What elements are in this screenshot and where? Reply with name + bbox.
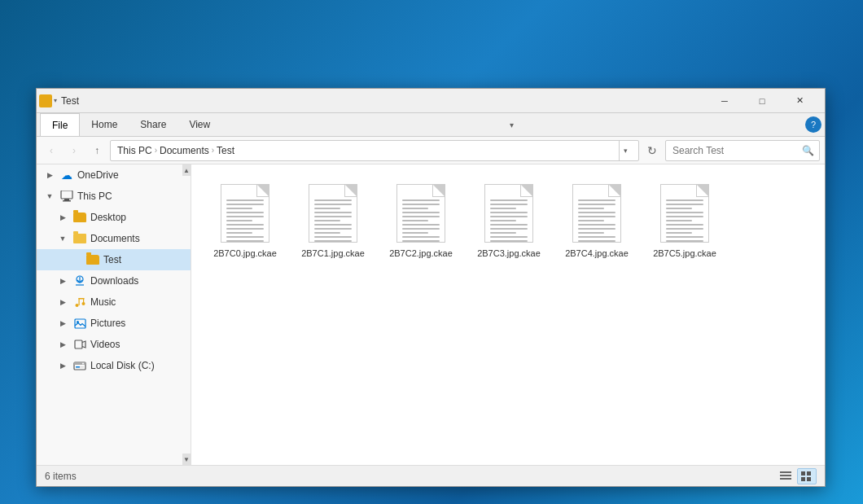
address-path[interactable]: This PC › Documents › Test ▾: [110, 140, 639, 161]
sidebar-toggle-pictures[interactable]: ▶: [56, 317, 69, 330]
explorer-window: ▾ Test ─ □ ✕ File Home Share View ▾ ? ‹ …: [36, 88, 826, 487]
sidebar-label-onedrive: OneDrive: [77, 169, 119, 181]
sidebar-toggle-desktop[interactable]: ▶: [56, 211, 69, 224]
address-bar: ‹ › ↑ This PC › Documents › Test ▾ ↻ 🔍: [37, 137, 825, 164]
documents-folder-icon: [72, 231, 87, 246]
file-line: [314, 208, 340, 209]
file-line: [402, 224, 440, 226]
file-item[interactable]: 2B7C2.jpg.ckae: [380, 177, 462, 267]
file-line: [578, 204, 615, 205]
sidebar-scroll-down[interactable]: ▼: [182, 454, 191, 465]
tab-home[interactable]: Home: [80, 113, 129, 136]
svg-rect-23: [780, 478, 791, 480]
file-line: [666, 240, 703, 242]
file-name: 2B7C2.jpg.ckae: [389, 248, 453, 259]
svg-point-18: [82, 362, 84, 364]
ribbon-expand-icon[interactable]: ▾: [504, 116, 520, 133]
sidebar-item-pictures[interactable]: ▶ Pictures: [37, 313, 191, 334]
search-icon[interactable]: 🔍: [799, 142, 816, 159]
tab-file[interactable]: File: [40, 113, 80, 136]
sidebar-toggle-videos[interactable]: ▶: [56, 338, 69, 351]
title-bar: ▾ Test ─ □ ✕: [37, 89, 825, 113]
file-line: [578, 232, 604, 234]
main-content: ▲ ▶ ☁ OneDrive ▼ This PC: [37, 164, 825, 465]
file-line: [666, 199, 703, 201]
svg-rect-1: [41, 97, 45, 99]
file-item[interactable]: 2B7C1.jpg.ckae: [292, 177, 374, 267]
help-button[interactable]: ?: [805, 116, 821, 133]
file-line: [578, 240, 615, 242]
sidebar-toggle-downloads[interactable]: ▶: [56, 274, 69, 287]
file-line: [666, 236, 703, 238]
sidebar-item-local-disk[interactable]: ▶ Local Disk (C:): [37, 355, 191, 376]
view-large-icons-button[interactable]: [797, 468, 817, 484]
close-button[interactable]: ✕: [781, 89, 818, 113]
forward-button[interactable]: ›: [64, 141, 84, 160]
file-line: [226, 208, 252, 209]
tab-view[interactable]: View: [177, 113, 221, 136]
file-line: [226, 204, 264, 205]
path-dropdown-button[interactable]: ▾: [619, 140, 632, 161]
desktop-folder-icon: [72, 210, 87, 225]
tab-share[interactable]: Share: [129, 113, 177, 136]
path-test[interactable]: Test: [217, 145, 234, 156]
window-icon: ▾: [43, 94, 56, 107]
music-icon: [72, 295, 87, 309]
sidebar-item-music[interactable]: ▶ Music: [37, 291, 191, 313]
path-sep-1: ›: [155, 146, 157, 155]
up-button[interactable]: ↑: [87, 141, 107, 160]
minimize-button[interactable]: ─: [706, 89, 743, 113]
sidebar-toggle-documents[interactable]: ▼: [56, 232, 69, 245]
sidebar-item-this-pc[interactable]: ▼ This PC: [37, 186, 191, 207]
search-box[interactable]: 🔍: [665, 140, 820, 161]
sidebar-scroll-up[interactable]: ▲: [182, 164, 191, 176]
search-input[interactable]: [672, 145, 799, 156]
sidebar-item-test[interactable]: Test: [37, 249, 191, 270]
file-line: [402, 208, 428, 209]
file-line: [226, 199, 264, 201]
sidebar-label-this-pc: This PC: [77, 191, 112, 202]
file-item[interactable]: 2B7C0.jpg.ckae: [204, 177, 286, 267]
file-line: [666, 232, 692, 234]
sidebar: ▲ ▶ ☁ OneDrive ▼ This PC: [37, 164, 191, 465]
file-line: [578, 224, 615, 226]
file-line: [314, 236, 352, 238]
sidebar-label-downloads: Downloads: [90, 275, 138, 287]
back-button[interactable]: ‹: [42, 141, 61, 160]
file-name: 2B7C4.jpg.ckae: [565, 248, 629, 259]
view-buttons: [776, 468, 817, 484]
view-details-button[interactable]: [776, 468, 795, 484]
file-doc-lines: [402, 199, 440, 242]
refresh-button[interactable]: ↻: [642, 141, 662, 160]
file-line: [490, 232, 516, 234]
file-name: 2B7C0.jpg.ckae: [213, 248, 277, 259]
file-item[interactable]: 2B7C3.jpg.ckae: [468, 177, 550, 267]
maximize-button[interactable]: □: [743, 89, 781, 113]
sidebar-item-downloads[interactable]: ▶ Downloads: [37, 270, 191, 291]
file-line: [666, 216, 703, 217]
sidebar-toggle-music[interactable]: ▶: [56, 296, 69, 309]
status-bar: 6 items: [37, 465, 825, 486]
file-line: [314, 240, 352, 242]
file-item[interactable]: 2B7C5.jpg.ckae: [644, 177, 725, 267]
file-line: [402, 212, 440, 213]
file-line: [314, 220, 340, 221]
sidebar-toggle-local-disk[interactable]: ▶: [56, 359, 69, 372]
sidebar-toggle-this-pc[interactable]: ▼: [43, 190, 56, 203]
file-line: [666, 212, 703, 213]
file-line: [490, 236, 528, 238]
file-line: [578, 228, 615, 230]
path-documents[interactable]: Documents: [160, 145, 209, 156]
file-name: 2B7C1.jpg.ckae: [301, 248, 365, 259]
file-line: [578, 208, 604, 209]
sidebar-item-desktop[interactable]: ▶ Desktop: [37, 207, 191, 228]
file-item[interactable]: 2B7C4.jpg.ckae: [556, 177, 637, 267]
file-line: [314, 224, 352, 226]
file-line: [402, 204, 440, 205]
sidebar-item-videos[interactable]: ▶ Videos: [37, 334, 191, 355]
sidebar-toggle-onedrive[interactable]: ▶: [43, 169, 56, 182]
path-this-pc[interactable]: This PC: [117, 145, 152, 156]
sidebar-item-documents[interactable]: ▼ Documents: [37, 228, 191, 249]
sidebar-toggle-test: [69, 253, 82, 266]
sidebar-item-onedrive[interactable]: ▶ ☁ OneDrive: [37, 164, 191, 186]
